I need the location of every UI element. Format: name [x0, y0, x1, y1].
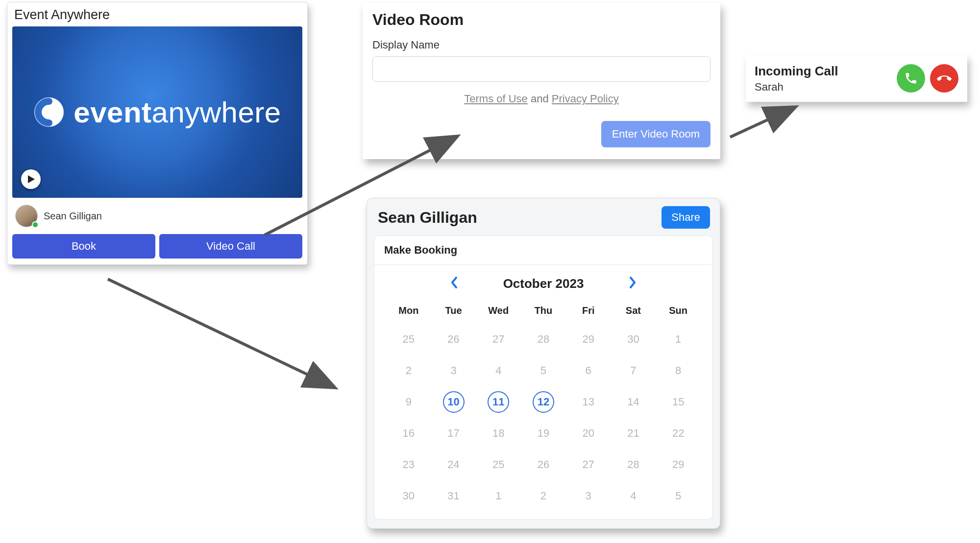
calendar-dow: Tue: [431, 302, 476, 321]
book-button[interactable]: Book: [12, 234, 155, 259]
calendar-day: 13: [566, 389, 611, 415]
booking-person-name: Sean Gilligan: [378, 209, 477, 227]
calendar-day: 17: [431, 420, 476, 447]
calendar-day-available[interactable]: 12: [521, 389, 566, 415]
display-name-input[interactable]: [372, 56, 710, 82]
calendar-day: 30: [611, 326, 656, 353]
booking-panel: Sean Gilligan Share Make Booking October…: [367, 198, 720, 529]
legal-and: and: [528, 93, 552, 105]
make-booking-title: Make Booking: [374, 236, 712, 265]
calendar-dow: Wed: [476, 302, 521, 321]
calendar-dow: Mon: [386, 302, 431, 321]
calendar-day: 9: [386, 389, 431, 415]
calendar-dow: Thu: [521, 302, 566, 321]
calendar-day: 25: [476, 451, 521, 478]
incoming-call-toast: Incoming Call Sarah: [746, 55, 967, 102]
logo-wordmark: eventanywhere: [74, 95, 281, 129]
calendar-day: 3: [566, 483, 611, 509]
calendar-day: 20: [566, 420, 611, 447]
phone-hangup-icon: [937, 71, 952, 86]
calendar-day: 23: [386, 451, 431, 478]
event-card-title: Event Anywhere: [14, 7, 302, 23]
calendar-day: 26: [521, 451, 566, 478]
calendar-dow: Fri: [566, 302, 611, 321]
calendar-day: 22: [656, 420, 701, 447]
calendar-day: 24: [431, 451, 476, 478]
calendar-day: 2: [386, 357, 431, 384]
legal-line: Terms of Use and Privacy Policy: [372, 93, 710, 105]
presence-dot-icon: [32, 221, 39, 228]
calendar-day: 1: [476, 483, 521, 509]
calendar-day: 4: [476, 357, 521, 384]
calendar-day: 21: [611, 420, 656, 447]
enter-video-room-button[interactable]: Enter Video Room: [601, 121, 710, 147]
calendar-grid: MonTueWedThuFriSatSun2526272829301234567…: [374, 298, 712, 519]
calendar-day: 27: [476, 326, 521, 353]
calendar-day: 5: [521, 357, 566, 384]
accept-call-button[interactable]: [897, 64, 925, 93]
event-card: Event Anywhere eventanywhere Sean Gillig…: [7, 2, 308, 265]
share-button[interactable]: Share: [662, 206, 710, 229]
calendar-day-available[interactable]: 10: [431, 389, 476, 415]
calendar-day: 7: [611, 357, 656, 384]
chevron-right-icon: [628, 276, 637, 289]
calendar-day: 1: [656, 326, 701, 353]
calendar-day: 6: [566, 357, 611, 384]
terms-of-use-link[interactable]: Terms of Use: [464, 93, 528, 105]
calendar-day: 14: [611, 389, 656, 415]
calendar-nav: October 2023: [374, 265, 712, 298]
video-thumbnail[interactable]: eventanywhere: [12, 26, 302, 198]
calendar-day-available[interactable]: 11: [476, 389, 521, 415]
avatar[interactable]: [15, 205, 38, 227]
logo-mark-icon: [33, 96, 65, 128]
calendar-day: 3: [431, 357, 476, 384]
calendar-dow: Sat: [611, 302, 656, 321]
calendar-day: 29: [566, 326, 611, 353]
calendar-day: 31: [431, 483, 476, 509]
calendar-day: 5: [656, 483, 701, 509]
play-icon: [27, 175, 35, 184]
user-row: Sean Gilligan: [12, 198, 302, 234]
prev-month-button[interactable]: [449, 276, 459, 291]
calendar-day: 25: [386, 326, 431, 353]
calendar-month-label: October 2023: [503, 276, 584, 291]
calendar-day: 28: [521, 326, 566, 353]
incoming-caller-name: Sarah: [755, 81, 838, 94]
calendar-day: 27: [566, 451, 611, 478]
video-room-panel: Video Room Display Name Terms of Use and…: [363, 3, 720, 159]
display-name-label: Display Name: [372, 39, 710, 51]
calendar-day: 26: [431, 326, 476, 353]
calendar-day: 29: [656, 451, 701, 478]
action-button-row: Book Video Call: [12, 234, 302, 259]
video-call-button[interactable]: Video Call: [159, 234, 302, 259]
calendar-day: 19: [521, 420, 566, 447]
calendar-card: Make Booking October 2023 MonTueWedThuFr…: [374, 236, 713, 519]
calendar-day: 30: [386, 483, 431, 509]
event-anywhere-logo: eventanywhere: [33, 95, 281, 129]
svg-line-3: [108, 279, 333, 387]
calendar-day: 16: [386, 420, 431, 447]
calendar-day: 8: [656, 357, 701, 384]
decline-call-button[interactable]: [930, 64, 958, 93]
calendar-day: 28: [611, 451, 656, 478]
play-button[interactable]: [21, 169, 41, 189]
chevron-left-icon: [449, 276, 459, 289]
calendar-day: 2: [521, 483, 566, 509]
phone-icon: [904, 71, 918, 85]
calendar-dow: Sun: [656, 302, 701, 321]
incoming-call-title: Incoming Call: [755, 64, 838, 79]
next-month-button[interactable]: [628, 276, 637, 291]
calendar-day: 4: [611, 483, 656, 509]
svg-line-2: [730, 108, 794, 137]
calendar-day: 15: [656, 389, 701, 415]
privacy-policy-link[interactable]: Privacy Policy: [552, 93, 619, 105]
calendar-day: 18: [476, 420, 521, 447]
video-room-title: Video Room: [372, 11, 710, 29]
user-name: Sean Gilligan: [44, 211, 102, 222]
